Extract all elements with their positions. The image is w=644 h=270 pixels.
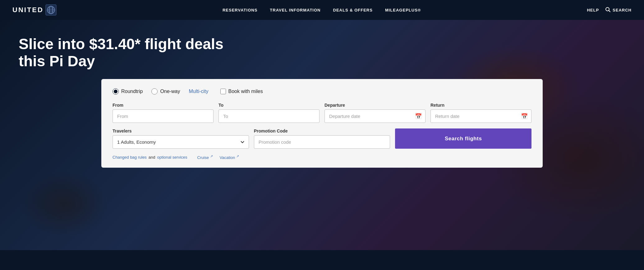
vacation-external-icon: ↗ xyxy=(236,154,239,158)
multicity-link[interactable]: Multi-city xyxy=(189,89,208,94)
logo-area: UNITED xyxy=(12,4,57,16)
nav-reservations[interactable]: RESERVATIONS xyxy=(216,8,264,12)
and-text: and xyxy=(149,155,155,160)
oneway-label: One-way xyxy=(160,89,180,94)
roundtrip-label: Roundtrip xyxy=(121,89,143,94)
search-label: SEARCH xyxy=(613,8,632,12)
logo-text: UNITED xyxy=(12,6,44,14)
hero-content: Slice into $31.40* flight deals this Pi … xyxy=(0,20,644,177)
travelers-select[interactable]: 1 Adults, Economy 1 Adults, Business 1 A… xyxy=(113,135,249,149)
departure-date-wrap: 📅 xyxy=(324,109,426,123)
svg-line-7 xyxy=(609,10,610,12)
miles-label: Book with miles xyxy=(228,89,263,94)
cruise-link[interactable]: Cruise ↗ xyxy=(197,154,213,160)
logo-globe-icon xyxy=(45,4,57,16)
miles-option[interactable]: Book with miles xyxy=(220,89,263,94)
hero-section: Slice into $31.40* flight deals this Pi … xyxy=(0,20,644,250)
to-label: To xyxy=(218,103,320,108)
search-button-header[interactable]: SEARCH xyxy=(605,7,632,13)
search-card: Roundtrip One-way Multi-city Book with m… xyxy=(101,79,543,167)
from-label: From xyxy=(113,103,214,108)
roundtrip-radio[interactable] xyxy=(113,88,119,95)
changed-bag-rules-link[interactable]: Changed bag rules xyxy=(113,155,147,160)
trip-type-row: Roundtrip One-way Multi-city Book with m… xyxy=(113,88,531,95)
travelers-field-group: Travelers 1 Adults, Economy 1 Adults, Bu… xyxy=(113,128,249,149)
travelers-label: Travelers xyxy=(113,128,249,133)
search-button-group: Search flights xyxy=(395,128,531,149)
nav-travel-information[interactable]: TRAVEL INFORMATION xyxy=(264,8,327,12)
return-date-wrap: 📅 xyxy=(430,109,531,123)
miles-checkbox[interactable] xyxy=(220,89,226,94)
cruise-external-icon: ↗ xyxy=(210,154,213,158)
form-row-travelers: Travelers 1 Adults, Economy 1 Adults, Bu… xyxy=(113,128,531,149)
oneway-option[interactable]: One-way xyxy=(151,88,180,95)
search-flights-button[interactable]: Search flights xyxy=(395,128,531,149)
site-header: UNITED RESERVATIONS TRAVEL INFORMATION D… xyxy=(0,0,644,20)
promo-field-group: Promotion Code xyxy=(254,128,390,149)
from-input[interactable] xyxy=(113,109,214,123)
to-input[interactable] xyxy=(218,109,320,123)
promo-input[interactable] xyxy=(254,135,390,149)
header-right: HELP SEARCH xyxy=(587,7,632,13)
form-row-destinations: From To Departure 📅 Return xyxy=(113,103,531,123)
return-field-group: Return 📅 xyxy=(430,103,531,123)
from-field-group: From xyxy=(113,103,214,123)
vacation-link[interactable]: Vacation ↗ xyxy=(220,154,239,160)
departure-field-group: Departure 📅 xyxy=(324,103,426,123)
optional-services-link[interactable]: optional services xyxy=(157,155,187,160)
oneway-radio[interactable] xyxy=(151,88,158,95)
roundtrip-option[interactable]: Roundtrip xyxy=(113,88,143,95)
to-field-group: To xyxy=(218,103,320,123)
promo-label: Promotion Code xyxy=(254,128,390,133)
nav-mileageplus[interactable]: MILEAGEPLUS® xyxy=(379,8,427,12)
nav-deals-offers[interactable]: DEALS & OFFERS xyxy=(327,8,379,12)
bottom-links: Changed bag rules and optional services … xyxy=(113,154,531,160)
hero-title: Slice into $31.40* flight deals this Pi … xyxy=(19,35,236,70)
help-link[interactable]: HELP xyxy=(587,8,599,12)
main-nav: RESERVATIONS TRAVEL INFORMATION DEALS & … xyxy=(216,8,427,12)
return-input[interactable] xyxy=(430,109,531,123)
search-icon xyxy=(605,7,611,13)
departure-label: Departure xyxy=(324,103,426,108)
return-label: Return xyxy=(430,103,531,108)
departure-input[interactable] xyxy=(324,109,426,123)
